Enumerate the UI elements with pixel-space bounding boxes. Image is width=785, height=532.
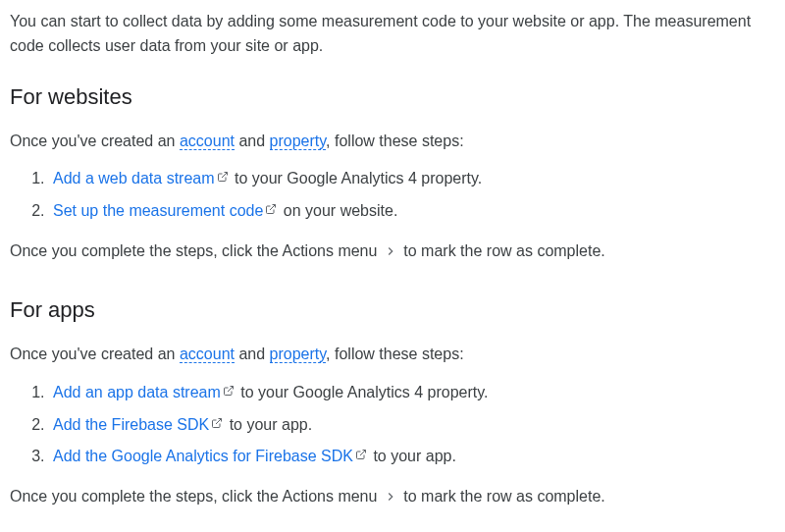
- svg-line-0: [222, 173, 228, 179]
- apps-intro-and: and: [235, 346, 270, 362]
- websites-intro: Once you've created an account and prope…: [10, 130, 775, 154]
- svg-line-4: [360, 451, 366, 456]
- apps-outro-post: to mark the row as complete.: [403, 488, 604, 505]
- account-link[interactable]: account: [180, 346, 235, 363]
- apps-outro-pre: Once you complete the steps, click the A…: [10, 488, 377, 505]
- apps-intro: Once you've created an account and prope…: [10, 343, 775, 367]
- step-text: to your app.: [373, 448, 456, 464]
- external-link-icon: [217, 171, 229, 183]
- websites-intro-post: , follow these steps:: [326, 133, 464, 149]
- websites-intro-and: and: [235, 133, 270, 149]
- list-item: Add an app data stream to your Google An…: [49, 381, 775, 405]
- external-link-icon: [211, 417, 223, 429]
- websites-outro-post: to mark the row as complete.: [403, 242, 604, 259]
- websites-outro: Once you complete the steps, click the A…: [10, 239, 775, 264]
- add-app-data-stream-link[interactable]: Add an app data stream: [53, 384, 221, 400]
- step-text: to your Google Analytics 4 property.: [240, 384, 488, 400]
- list-item: Add the Google Analytics for Firebase SD…: [49, 445, 775, 469]
- apps-steps: Add an app data stream to your Google An…: [10, 381, 775, 469]
- account-link[interactable]: account: [180, 133, 235, 150]
- chevron-right-icon: [384, 244, 397, 258]
- external-link-icon: [355, 449, 367, 460]
- step-text: to your Google Analytics 4 property.: [235, 170, 482, 186]
- websites-intro-pre: Once you've created an: [10, 133, 180, 149]
- list-item: Add a web data stream to your Google Ana…: [49, 167, 775, 191]
- add-firebase-sdk-link[interactable]: Add the Firebase SDK: [53, 416, 209, 433]
- apps-heading: For apps: [10, 293, 775, 327]
- list-item: Set up the measurement code on your webs…: [49, 199, 775, 224]
- apps-outro: Once you complete the steps, click the A…: [10, 485, 775, 509]
- svg-line-1: [270, 205, 276, 211]
- add-web-data-stream-link[interactable]: Add a web data stream: [53, 170, 215, 186]
- websites-steps: Add a web data stream to your Google Ana…: [10, 167, 775, 224]
- property-link[interactable]: property: [270, 133, 327, 150]
- property-link[interactable]: property: [270, 346, 327, 363]
- external-link-icon: [265, 203, 277, 215]
- websites-heading: For websites: [10, 80, 775, 114]
- svg-line-3: [216, 418, 222, 424]
- intro-text: You can start to collect data by adding …: [10, 10, 775, 59]
- step-text: on your website.: [284, 202, 398, 219]
- apps-intro-pre: Once you've created an: [10, 346, 180, 362]
- chevron-right-icon: [384, 490, 397, 504]
- apps-intro-post: , follow these steps:: [326, 346, 464, 362]
- add-ga-firebase-sdk-link[interactable]: Add the Google Analytics for Firebase SD…: [53, 448, 353, 464]
- list-item: Add the Firebase SDK to your app.: [49, 413, 775, 438]
- svg-line-2: [228, 386, 234, 392]
- set-up-measurement-code-link[interactable]: Set up the measurement code: [53, 202, 263, 219]
- step-text: to your app.: [230, 416, 313, 433]
- external-link-icon: [223, 385, 235, 397]
- websites-outro-pre: Once you complete the steps, click the A…: [10, 242, 377, 259]
